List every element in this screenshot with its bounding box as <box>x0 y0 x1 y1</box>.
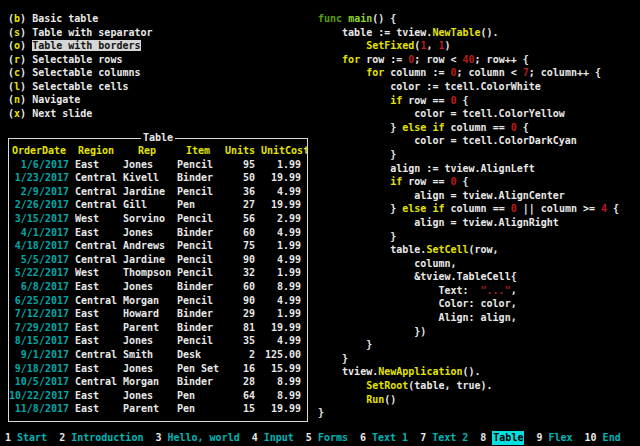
code-token: &tview.TableCell{ <box>318 271 517 282</box>
table-row: 4/18/2017 Central Andrews Pencil 75 1.99 <box>9 239 307 253</box>
slide-tab[interactable]: 7Text 2 <box>420 431 468 445</box>
code-token: else <box>402 122 426 133</box>
code-token <box>318 40 366 51</box>
cell-units: 56 <box>225 212 261 226</box>
slide-bar: 1Start 2Introduction 3Hello, world 4Inpu… <box>5 430 640 446</box>
code-token: () { <box>372 13 396 24</box>
cell-unitcost: 125.00 <box>261 348 307 362</box>
cell-orderdate: 1/23/2017 <box>9 171 75 185</box>
code-token: column == <box>444 122 510 133</box>
code-token: if <box>390 95 402 106</box>
code-token <box>318 394 366 405</box>
cell-item: Binder <box>177 307 225 321</box>
table-row: 5/22/2017 West Thompson Pencil 32 1.99 <box>9 266 307 280</box>
cell-unitcost: 19.99 <box>261 198 307 212</box>
slide-tab[interactable]: 5Forms <box>306 431 348 445</box>
code-token: (table, true). <box>408 380 492 391</box>
cell-orderdate: 2/26/2017 <box>9 198 75 212</box>
code-token: } <box>318 203 402 214</box>
table-row: 10/5/2017 Central Morgan Binder 28 8.99 <box>9 375 307 389</box>
slide-tab[interactable]: 1Start <box>5 431 47 445</box>
cell-item: Pencil <box>177 253 225 267</box>
cell-rep: Sorvino <box>123 212 177 226</box>
table-row: 1/23/2017 Central Kivell Binder 50 19.99 <box>9 171 307 185</box>
cell-rep: Howard <box>123 307 177 321</box>
code-line: table.SetCell(row, <box>318 243 619 257</box>
code-token <box>318 54 342 65</box>
cell-region: East <box>75 226 123 240</box>
code-token: if <box>390 176 402 187</box>
cell-item: Pencil <box>177 212 225 226</box>
menu-item[interactable]: (s) Table with separator <box>8 26 153 40</box>
slide-tab[interactable]: 3Hello, world <box>155 431 239 445</box>
code-token: } <box>318 231 396 242</box>
cell-rep: Parent <box>123 402 177 416</box>
slide-tab-label: Flex <box>548 431 572 445</box>
cell-orderdate: 9/1/2017 <box>9 348 75 362</box>
code-token: if <box>432 122 444 133</box>
code-token: ; row++ { <box>475 54 529 65</box>
code-token: align := tview.AlignLeft <box>318 163 535 174</box>
cell-unitcost: 1.99 <box>261 266 307 280</box>
orders-table: OrderDate Region Rep Item Units UnitCost… <box>9 144 307 416</box>
table-row: 7/29/2017 East Parent Binder 81 19.99 <box>9 321 307 335</box>
cell-units: 27 <box>225 198 261 212</box>
slide-tab[interactable]: 6Text 1 <box>360 431 408 445</box>
code-token: for <box>342 54 360 65</box>
cell-region: West <box>75 212 123 226</box>
menu-item[interactable]: (o) Table with borders <box>8 39 153 53</box>
slide-tab[interactable]: 8Table <box>480 431 524 445</box>
cell-units: 15 <box>225 402 261 416</box>
cell-rep: Kivell <box>123 171 177 185</box>
code-token: SetFixed <box>366 40 414 51</box>
slide-tab[interactable]: 2Introduction <box>59 431 143 445</box>
slide-tab[interactable]: 4Input <box>252 431 294 445</box>
cell-item: Pen Set <box>177 362 225 376</box>
code-token: { <box>457 95 469 106</box>
cell-unitcost: 8.99 <box>261 280 307 294</box>
menu-item[interactable]: (b) Basic table <box>8 12 153 26</box>
menu-item[interactable]: (x) Next slide <box>8 107 153 121</box>
code-line: } <box>318 406 619 420</box>
code-token: , <box>426 40 438 51</box>
code-token: { <box>517 122 529 133</box>
code-token: { <box>457 176 469 187</box>
cell-units: 16 <box>225 362 261 376</box>
code-token: () <box>384 394 396 405</box>
code-token: "..." <box>481 285 511 296</box>
menu-item[interactable]: (c) Selectable columns <box>8 66 153 80</box>
code-line: } <box>318 230 619 244</box>
col-header-units: Units <box>225 144 261 158</box>
menu-item[interactable]: (r) Selectable rows <box>8 53 153 67</box>
cell-rep: Jones <box>123 334 177 348</box>
cell-units: 60 <box>225 226 261 240</box>
code-token: ) <box>444 40 450 51</box>
slide-number: 9 <box>536 431 542 445</box>
code-token: row := <box>360 54 408 65</box>
cell-unitcost: 1.99 <box>261 158 307 172</box>
cell-orderdate: 5/22/2017 <box>9 266 75 280</box>
slide-tab[interactable]: 10End <box>585 431 621 445</box>
col-header-unitcost: UnitCost <box>261 144 307 158</box>
cell-orderdate: 10/5/2017 <box>9 375 75 389</box>
cell-unitcost: 1.99 <box>261 307 307 321</box>
cell-unitcost: 4.99 <box>261 185 307 199</box>
slide-number: 6 <box>360 431 366 445</box>
cell-orderdate: 10/22/2017 <box>9 389 75 403</box>
code-token: if <box>432 203 444 214</box>
menu-item[interactable]: (n) Navigate <box>8 93 153 107</box>
slide-tab[interactable]: 9Flex <box>536 431 572 445</box>
cell-region: Central <box>75 253 123 267</box>
cell-unitcost: 4.99 <box>261 226 307 240</box>
code-token <box>318 380 366 391</box>
code-token <box>318 67 366 78</box>
menu-item[interactable]: (l) Selectable cells <box>8 80 153 94</box>
cell-item: Pencil <box>177 294 225 308</box>
cell-item: Pen <box>177 198 225 212</box>
code-line: Text: "...", <box>318 284 619 298</box>
cell-unitcost: 2.99 <box>261 212 307 226</box>
menu-item-label: Table with borders <box>32 40 140 51</box>
table-row: 8/15/2017 East Jones Pencil 35 4.99 <box>9 334 307 348</box>
cell-rep: Jones <box>123 362 177 376</box>
code-line: color = tcell.ColorDarkCyan <box>318 134 619 148</box>
